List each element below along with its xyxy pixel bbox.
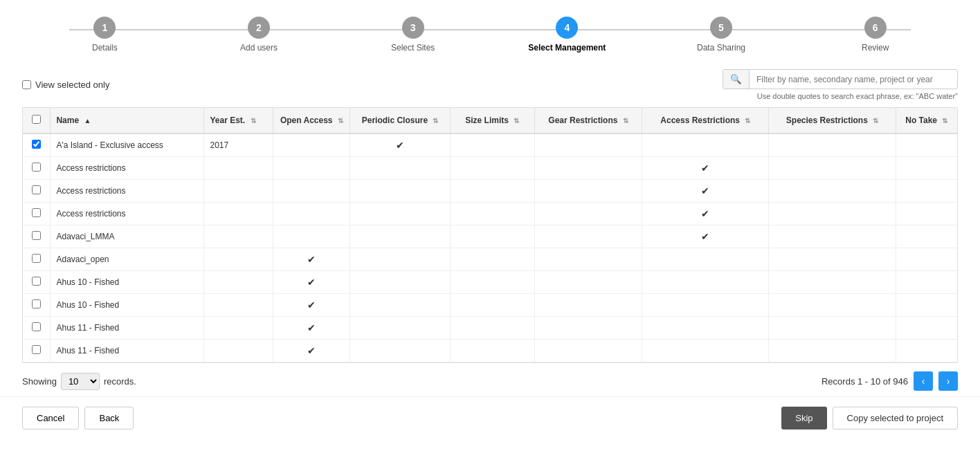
step-2-circle: 2 [248,17,270,39]
row-checkbox[interactable] [32,299,41,308]
row-open-access [273,225,350,248]
row-checkbox-cell[interactable] [23,180,51,203]
row-open-access [273,157,350,180]
row-checkbox[interactable] [32,322,41,331]
row-checkbox-cell[interactable] [23,248,51,271]
skip-button[interactable]: Skip [781,407,826,429]
row-checkbox[interactable] [32,277,41,286]
row-access-restrictions: ✔ [642,225,769,248]
row-checkbox[interactable] [32,254,41,263]
step-5-circle: 5 [710,17,732,39]
row-name: Ahus 10 - Fished [51,294,204,317]
col-access-restrictions[interactable]: Access Restrictions ⇅ [642,108,769,133]
row-size-limits [450,271,534,294]
table-row: Ahus 10 - Fished✔ [23,294,957,317]
step-6[interactable]: 6 Review [798,17,952,53]
row-checkbox-cell[interactable] [23,133,51,157]
row-species-restrictions [769,203,896,225]
step-1-label: Details [92,43,118,53]
row-checkbox-cell[interactable] [23,340,51,362]
row-checkbox[interactable] [32,140,41,149]
row-checkbox-cell[interactable] [23,225,51,248]
col-no-take[interactable]: No Take ⇅ [896,108,957,133]
row-name: Adavaci_open [51,248,204,271]
showing-label: Showing [22,376,57,387]
row-open-access [273,133,350,157]
copy-to-project-button[interactable]: Copy selected to project [833,407,958,429]
row-checkbox-cell[interactable] [23,157,51,180]
step-5[interactable]: 5 Data Sharing [644,17,799,53]
view-selected-checkbox[interactable] [22,80,31,89]
sort-year-icon: ⇅ [251,117,256,124]
step-4[interactable]: 4 Select Management [490,17,644,53]
pagination-right: Records 1 - 10 of 946 ‹ › [822,371,958,391]
row-gear-restrictions [534,133,642,157]
row-checkbox[interactable] [32,208,41,217]
row-no-take [896,203,957,225]
row-name: Access restrictions [51,180,204,203]
row-checkbox-cell[interactable] [23,271,51,294]
table-row: Ahus 11 - Fished✔ [23,317,957,340]
per-page-select[interactable]: 102550100 [61,373,100,390]
row-periodic-closure [350,180,450,203]
row-open-access: ✔ [273,340,350,362]
row-no-take [896,180,957,203]
row-year [204,180,273,203]
row-checkbox[interactable] [32,231,41,240]
row-no-take [896,248,957,271]
table-row: Ahus 10 - Fished✔ [23,271,957,294]
row-name: Access restrictions [51,203,204,225]
col-name[interactable]: Name ▲ [51,108,204,133]
row-no-take [896,225,957,248]
row-size-limits [450,133,534,157]
back-button[interactable]: Back [84,407,134,429]
col-periodic-closure[interactable]: Periodic Closure ⇅ [350,108,450,133]
row-checkbox[interactable] [32,185,41,194]
row-checkbox[interactable] [32,163,41,172]
row-year [204,203,273,225]
row-species-restrictions [769,225,896,248]
cancel-button[interactable]: Cancel [22,407,79,429]
row-year [204,294,273,317]
row-periodic-closure [350,294,450,317]
row-checkbox[interactable] [32,345,41,354]
col-species-restrictions[interactable]: Species Restrictions ⇅ [769,108,896,133]
row-open-access [273,203,350,225]
row-name: Ahus 11 - Fished [51,340,204,362]
row-name: A'a Island - Exclusive access [51,133,204,157]
col-size-limits[interactable]: Size Limits ⇅ [450,108,534,133]
row-species-restrictions [769,133,896,157]
row-gear-restrictions [534,203,642,225]
pagination-row: Showing 102550100 records. Records 1 - 1… [22,363,958,396]
col-checkbox[interactable] [23,108,51,133]
table-row: Adavaci_LMMA✔ [23,225,957,248]
row-checkbox-cell[interactable] [23,317,51,340]
col-open-access[interactable]: Open Access ⇅ [273,108,350,133]
col-year[interactable]: Year Est. ⇅ [204,108,273,133]
row-checkbox-cell[interactable] [23,294,51,317]
next-page-button[interactable]: › [938,371,958,391]
step-2[interactable]: 2 Add users [182,17,336,53]
filter-right: 🔍 Use double quotes to search exact phra… [723,69,958,100]
sort-ar-icon: ⇅ [745,117,750,124]
select-all-checkbox[interactable] [32,115,41,124]
search-button[interactable]: 🔍 [723,70,750,89]
step-3[interactable]: 3 Select Sites [336,17,490,53]
table-row: Access restrictions✔ [23,203,957,225]
row-access-restrictions [642,271,769,294]
sort-sr-icon: ⇅ [873,117,878,124]
prev-page-button[interactable]: ‹ [914,371,933,391]
step-6-circle: 6 [864,17,887,39]
search-input[interactable] [750,71,957,89]
col-gear-restrictions[interactable]: Gear Restrictions ⇅ [534,108,642,133]
row-species-restrictions [769,294,896,317]
row-gear-restrictions [534,157,642,180]
row-species-restrictions [769,271,896,294]
table-header-row: Name ▲ Year Est. ⇅ Open Access ⇅ Periodi… [23,108,957,133]
row-access-restrictions [642,317,769,340]
step-1[interactable]: 1 Details [28,17,182,53]
row-access-restrictions [642,294,769,317]
row-checkbox-cell[interactable] [23,203,51,225]
footer-left: Cancel Back [22,407,134,429]
row-periodic-closure [350,157,450,180]
